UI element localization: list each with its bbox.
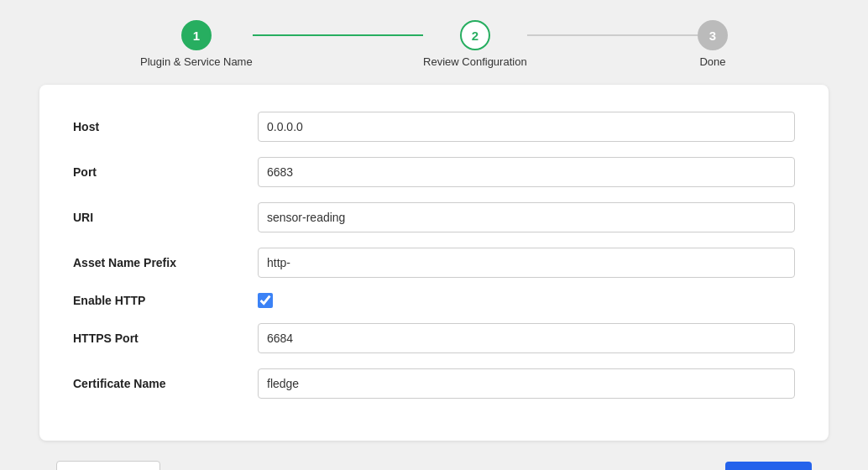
port-label: Port — [73, 165, 258, 179]
step-2: 2 Review Configuration — [423, 20, 527, 68]
enable-http-checkbox[interactable] — [258, 293, 273, 308]
uri-label: URI — [73, 211, 258, 224]
https-port-row: HTTPS Port — [73, 323, 795, 353]
step-1-label: Plugin & Service Name — [140, 55, 253, 68]
step-1: 1 Plugin & Service Name — [140, 20, 253, 68]
step-3: 3 Done — [698, 20, 728, 68]
step-2-circle: 2 — [460, 20, 490, 50]
asset-name-prefix-label: Asset Name Prefix — [73, 256, 258, 269]
host-input[interactable] — [258, 112, 795, 142]
https-port-label: HTTPS Port — [73, 332, 258, 345]
uri-input[interactable] — [258, 202, 795, 232]
asset-name-prefix-row: Asset Name Prefix — [73, 248, 795, 278]
asset-name-prefix-input[interactable] — [258, 248, 795, 278]
https-port-input[interactable] — [258, 323, 795, 353]
step-line-2 — [527, 34, 698, 36]
nav-buttons: Previous Next — [39, 461, 829, 470]
port-row: Port — [73, 157, 795, 187]
stepper: 1 Plugin & Service Name 2 Review Configu… — [0, 0, 868, 81]
port-input[interactable] — [258, 157, 795, 187]
step-2-label: Review Configuration — [423, 55, 527, 68]
certificate-name-label: Certificate Name — [73, 377, 258, 390]
host-row: Host — [73, 112, 795, 142]
form-card: Host Port URI Asset Name Prefix Enable H… — [39, 85, 829, 441]
step-3-label: Done — [699, 55, 725, 68]
previous-button[interactable]: Previous — [56, 461, 160, 470]
certificate-name-input[interactable] — [258, 368, 795, 399]
enable-http-row: Enable HTTP — [73, 293, 795, 308]
certificate-name-row: Certificate Name — [73, 368, 795, 399]
host-label: Host — [73, 120, 258, 133]
next-button[interactable]: Next — [725, 462, 812, 470]
uri-row: URI — [73, 202, 795, 232]
step-3-circle: 3 — [698, 20, 728, 50]
step-line-1 — [253, 34, 423, 36]
enable-http-label: Enable HTTP — [73, 294, 258, 307]
step-1-circle: 1 — [181, 20, 212, 50]
